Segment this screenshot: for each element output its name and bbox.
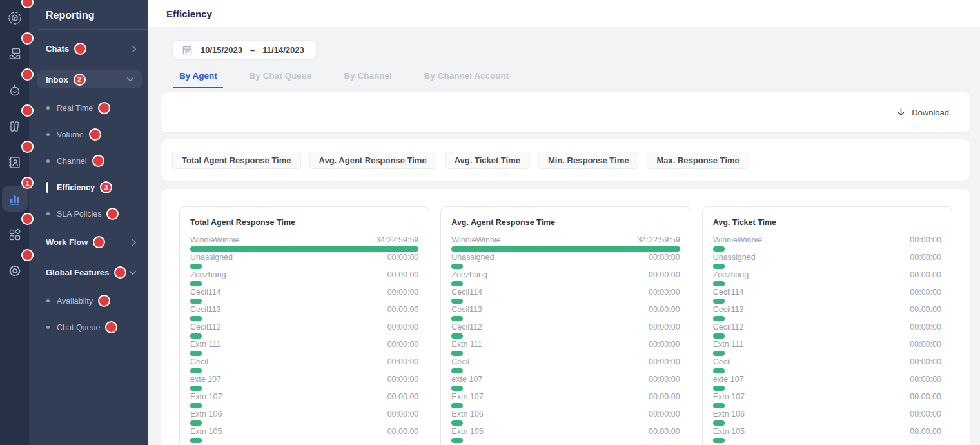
sidebar-item-efficiency[interactable]: Efficiency 3 <box>29 174 148 201</box>
bar-label: Cecil113 <box>713 305 744 315</box>
rail-knowledge-icon[interactable] <box>0 108 29 144</box>
bar-label: Cecil114 <box>451 288 482 297</box>
bar-value: 00:00:00 <box>649 427 680 437</box>
bar <box>713 403 725 408</box>
chart-row: Cecil 00:00:00 <box>713 357 941 373</box>
page-title: Efficiency <box>166 8 212 19</box>
chart-card-avg-agent-response-time: Avg. Agent Response Time WinnieWinnie 34… <box>440 206 691 445</box>
nav-sub-label: Real Time <box>57 104 93 113</box>
annotation-badge <box>98 295 110 307</box>
bar-value: 00:00:00 <box>649 357 680 367</box>
annotation-badge-3: 3 <box>100 181 112 193</box>
annotation-badge-1: 1 <box>21 177 34 189</box>
chevron-right-icon <box>132 239 137 246</box>
bullet-icon <box>46 299 50 302</box>
chart-row: Extn 105 00:00:00 <box>451 427 680 443</box>
rail-inbox-chat-icon[interactable] <box>0 36 29 72</box>
bar <box>451 351 463 356</box>
chart-row: Zoezhang 00:00:00 <box>190 270 418 286</box>
bar-value: 00:00:00 <box>649 340 680 350</box>
chip-avg-ticket-time[interactable]: Avg. Ticket Time <box>445 152 530 169</box>
download-label: Download <box>912 108 949 117</box>
bar <box>190 333 202 339</box>
rail-contacts-icon[interactable] <box>0 144 29 181</box>
chart-title: Avg. Agent Response Time <box>451 218 680 227</box>
sidebar-item-real-time[interactable]: Real Time <box>29 95 148 121</box>
bar-value: 00:00:00 <box>649 270 680 280</box>
sidebar-item-chat-queue[interactable]: Chat Queue <box>29 314 148 341</box>
chip-min-response-time[interactable]: Min. Response Time <box>538 152 638 169</box>
chart-row: Unassigned 00:00:00 <box>713 253 941 269</box>
rail-analytics-icon[interactable]: 1 <box>0 181 29 217</box>
sidebar-item-work-flow[interactable]: Work Flow <box>29 227 148 257</box>
bar <box>451 438 463 443</box>
chip-max-response-time[interactable]: Max. Response Time <box>647 152 749 169</box>
sidebar-item-volume[interactable]: Volume <box>29 121 148 148</box>
active-indicator <box>46 182 48 193</box>
charts-panel: Total Agent Response Time WinnieWinnie 3… <box>161 189 970 445</box>
bar-label: Extn 107 <box>713 392 745 402</box>
bar-value: 00:00:00 <box>649 305 680 315</box>
bar <box>451 246 680 252</box>
bar-label: Cecil113 <box>190 305 221 315</box>
sidebar-item-inbox[interactable]: Inbox 2 <box>29 64 148 95</box>
bar-value: 00:00:00 <box>649 253 680 262</box>
annotation-badge <box>89 128 101 141</box>
bar <box>713 420 725 426</box>
bar-label: Cecil <box>190 357 208 367</box>
tab-by-channel-account[interactable]: By Channel Account <box>418 71 515 88</box>
bar-value: 00:00:00 <box>910 340 941 350</box>
calendar-icon <box>182 44 193 55</box>
sidebar-item-global-features[interactable]: Global Features <box>29 257 148 288</box>
rail-settings-icon[interactable] <box>0 253 29 289</box>
bar-value: 00:00:00 <box>387 410 419 419</box>
contacts-icon <box>2 150 28 175</box>
bar-label: Extn 105 <box>451 427 483 437</box>
chart-row: Cecil112 00:00:00 <box>713 322 941 339</box>
apps-icon <box>2 222 28 248</box>
bar-value: 00:00:00 <box>910 288 941 297</box>
app-icon-rail: 1 <box>0 0 29 445</box>
annotation-badge <box>93 236 105 248</box>
tab-by-channel[interactable]: By Channel <box>338 71 398 88</box>
bar-value: 00:00:00 <box>910 270 941 280</box>
nav-sub-label: Efficiency <box>57 183 95 192</box>
bar <box>451 264 463 269</box>
sidebar-item-channel[interactable]: Channel <box>29 148 148 174</box>
tab-by-agent[interactable]: By Agent <box>173 71 223 88</box>
bar-label: Cecil112 <box>190 322 221 332</box>
date-range-picker[interactable]: 10/15/2023 – 11/14/2023 <box>172 40 317 59</box>
bar-label: Extn 111 <box>713 340 744 350</box>
bar <box>451 316 463 321</box>
bar-label: Unassigned <box>451 253 494 262</box>
rail-product-icon[interactable] <box>0 0 29 36</box>
rail-apps-icon[interactable] <box>0 217 29 253</box>
knowledge-icon <box>2 114 28 139</box>
chart-row: Extn 111 00:00:00 <box>190 340 418 356</box>
bullet-icon <box>46 212 50 215</box>
annotation-badge <box>92 155 104 167</box>
tab-by-chat-queue[interactable]: By Chat Queue <box>244 71 318 88</box>
chip-total-agent-response-time[interactable]: Total Agent Response Time <box>172 152 301 169</box>
selected-section-pill: Inbox 2 <box>37 70 142 88</box>
sidebar-item-sla-policies[interactable]: SLA Policies <box>29 201 148 227</box>
chart-row: Unassigned 00:00:00 <box>451 253 680 269</box>
analytics-icon <box>2 186 28 212</box>
nav-section-label: Global Features <box>46 268 109 277</box>
bar-value: 00:00:00 <box>910 322 941 332</box>
bar <box>190 386 202 391</box>
nav-sub-label: Availablity <box>57 297 93 306</box>
bar <box>451 403 463 408</box>
bar-label: WinnieWinnie <box>713 235 762 245</box>
bar <box>190 299 202 304</box>
chip-avg-agent-response-time[interactable]: Avg. Agent Response Time <box>309 152 436 169</box>
bar-value: 00:00:00 <box>910 427 941 437</box>
annotation-badge <box>106 208 119 220</box>
rail-bot-icon[interactable] <box>0 72 29 108</box>
download-button[interactable]: Download <box>896 107 949 117</box>
sidebar-item-chats[interactable]: Chats <box>29 34 148 64</box>
sidebar-item-availablity[interactable]: Availablity <box>29 288 148 314</box>
chevron-down-icon <box>126 77 134 82</box>
annotation-badge <box>21 141 34 153</box>
bar-label: Extn 107 <box>451 392 483 402</box>
